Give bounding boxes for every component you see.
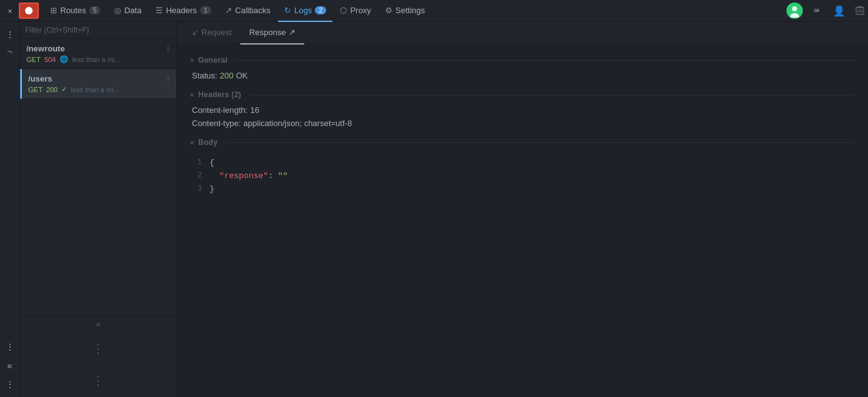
- body-section: ✕ Body 1 { 2 "response": "": [189, 138, 855, 199]
- tab-proxy[interactable]: ⬡ Proxy: [334, 0, 377, 22]
- collapse-panel-button[interactable]: «: [20, 316, 176, 332]
- log-panel-dots: ⋮: [20, 332, 176, 365]
- log-item-meta: GET 200 ✓ less than a mi...: [28, 85, 170, 93]
- tab-callbacks[interactable]: ↗ Callbacks: [219, 0, 277, 22]
- sidebar-label: /: [6, 51, 14, 53]
- data-icon: ◎: [114, 6, 121, 15]
- bottom-dots-1-icon: ⋮: [6, 342, 14, 352]
- tab-response[interactable]: Response ↗: [240, 22, 304, 45]
- sidebar-dots-button[interactable]: ⋮: [3, 27, 18, 42]
- collapse-icon: «: [8, 361, 13, 371]
- log-item-menu-icon[interactable]: ⋮: [164, 44, 172, 54]
- log-time: less than a mi...: [72, 56, 120, 63]
- log-item[interactable]: /newroute GET 504 🌐 less than a mi... ⋮: [20, 39, 176, 69]
- sidebar-bottom-dots-1[interactable]: ⋮: [3, 339, 18, 354]
- tab-logs[interactable]: ↻ Logs 2: [278, 0, 332, 22]
- chevron-icon: ✕: [189, 57, 194, 64]
- log-panel: /newroute GET 504 🌐 less than a mi... ⋮ …: [20, 22, 177, 397]
- headers-section-header[interactable]: ✕ Headers (2): [189, 90, 855, 99]
- log-panel-bottom: « ⋮ ⋮: [20, 315, 176, 397]
- section-divider: [225, 142, 855, 143]
- headers-icon: ☰: [156, 6, 163, 15]
- logs-icon: ↻: [284, 6, 291, 15]
- delete-button[interactable]: [855, 5, 864, 17]
- main-layout: ⋮ / ⋮ « ⋮ /newroute GET 504: [0, 22, 868, 397]
- nav-tabs: ⊞ Routes 5 ◎ Data ☰ Headers 1 ↗ Callback…: [44, 0, 786, 22]
- request-icon: ↙: [192, 28, 199, 37]
- settings-icon: ⚙: [385, 6, 393, 15]
- section-divider: [249, 95, 855, 95]
- header-row: Content-length: 16: [189, 105, 855, 115]
- sidebar-collapse-button[interactable]: «: [3, 358, 18, 373]
- log-item-path: /newroute: [26, 44, 170, 53]
- avatar[interactable]: [786, 3, 803, 19]
- recording-dot: [25, 7, 33, 14]
- code-line: 3 }: [189, 183, 855, 196]
- log-status: 504: [45, 56, 56, 63]
- topnav: × ⊞ Routes 5 ◎ Data ☰ Headers 1 ↗ Callba…: [0, 0, 868, 22]
- globe-icon: 🌐: [60, 55, 68, 63]
- svg-point-1: [792, 6, 797, 11]
- section-divider: [235, 60, 855, 61]
- user-menu-icon: 👤: [833, 5, 845, 17]
- tab-headers[interactable]: ☰ Headers 1: [149, 0, 218, 22]
- proxy-icon: ⬡: [340, 6, 347, 15]
- filter-input[interactable]: [25, 26, 171, 34]
- general-section: ✕ General Status: 200 OK: [189, 56, 855, 80]
- close-button[interactable]: ×: [4, 4, 16, 17]
- sidebar-bottom: ⋮ « ⋮: [3, 339, 18, 392]
- tab-request[interactable]: ↙ Request: [183, 22, 240, 45]
- sidebar-bottom-dots-2[interactable]: ⋮: [3, 377, 18, 392]
- detail-tabs: ↙ Request Response ↗: [177, 22, 868, 45]
- bottom-dots-2-icon: ⋮: [6, 379, 14, 389]
- log-panel-dots-2: ⋮: [20, 365, 176, 398]
- body-section-header[interactable]: ✕ Body: [189, 138, 855, 147]
- log-item-path: /users: [28, 74, 170, 83]
- code-line: 1 {: [189, 157, 855, 170]
- log-item[interactable]: /users GET 200 ✓ less than a mi... ⋮: [20, 69, 176, 99]
- dots-icon: ⋮: [6, 29, 14, 40]
- body-code: 1 { 2 "response": "" 3 }: [189, 153, 855, 199]
- log-list: /newroute GET 504 🌐 less than a mi... ⋮ …: [20, 39, 176, 315]
- check-icon: ✓: [61, 85, 67, 93]
- collapse-arrow-icon: «: [96, 320, 100, 329]
- recording-button[interactable]: [19, 3, 39, 19]
- tab-routes[interactable]: ⊞ Routes 5: [44, 0, 107, 22]
- delete-icon: [855, 5, 864, 15]
- callbacks-icon: ↗: [225, 6, 232, 15]
- chevron-icon: ✕: [189, 92, 194, 98]
- detail-content: ✕ General Status: 200 OK ✕ Headers (2): [177, 45, 868, 397]
- user-menu-button[interactable]: 👤: [830, 2, 848, 19]
- detail-panel: ↙ Request Response ↗ ✕ General Status: 2…: [177, 22, 868, 397]
- topnav-right: ⌨ 👤: [786, 2, 864, 19]
- status-row: Status: 200 OK: [189, 71, 855, 80]
- log-method: GET: [28, 86, 43, 93]
- chevron-icon: ✕: [189, 139, 194, 146]
- avatar-icon: [788, 4, 802, 18]
- code-line: 2 "response": "": [189, 170, 855, 183]
- headers-section: ✕ Headers (2) Content-length: 16 Content…: [189, 90, 855, 128]
- general-section-header[interactable]: ✕ General: [189, 56, 855, 65]
- log-status: 200: [46, 86, 58, 93]
- terminal-icon: ⌨: [814, 6, 819, 16]
- tab-data[interactable]: ◎ Data: [108, 0, 147, 22]
- log-method: GET: [26, 56, 41, 63]
- log-item-menu-icon[interactable]: ⋮: [164, 74, 172, 84]
- left-sidebar: ⋮ / ⋮ « ⋮: [0, 22, 20, 397]
- tab-settings[interactable]: ⚙ Settings: [379, 0, 431, 22]
- header-row: Content-type: application/json; charset=…: [189, 119, 855, 128]
- log-time: less than a mi...: [71, 86, 119, 93]
- response-icon: ↗: [288, 28, 295, 37]
- terminal-button[interactable]: ⌨: [808, 2, 825, 19]
- filter-bar: [20, 22, 176, 39]
- log-item-meta: GET 504 🌐 less than a mi...: [26, 55, 170, 63]
- routes-icon: ⊞: [50, 6, 57, 15]
